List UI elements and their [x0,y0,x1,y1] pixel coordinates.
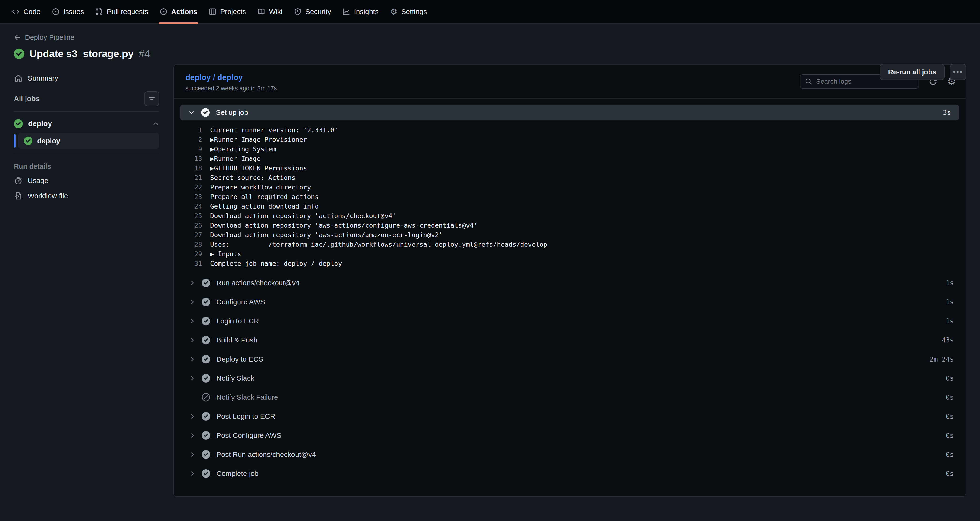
log-line-text: ▶ Inputs [210,250,241,258]
step-label: Deploy to ECS [216,355,924,363]
log-line[interactable]: 21Secret source: Actions [173,173,966,182]
all-jobs-label: All jobs [14,95,40,103]
step-label: Post Login to ECR [216,412,940,421]
step-label: Notify Slack [216,374,940,382]
log-line[interactable]: 1Current runner version: '2.331.0' [173,125,966,135]
book-icon [258,8,265,16]
log-line-number: 28 [173,241,202,248]
step-duration: 0s [946,432,954,440]
log-line[interactable]: 18▶GITHUB_TOKEN Permissions [173,163,966,173]
step-row-login-to-ecr[interactable]: Login to ECR 1s [173,312,966,331]
nav-tab-projects[interactable]: Projects [203,0,252,23]
job-path-link[interactable]: deploy / deploy [185,73,243,82]
chevron-right-icon [189,451,196,457]
nav-tab-actions[interactable]: Actions [154,0,203,23]
log-line[interactable]: 22Prepare workflow directory [173,182,966,192]
more-options-button[interactable]: ••• [950,64,966,80]
step-row-post-login-to-ecr[interactable]: Post Login to ECR 0s [173,407,966,426]
step-duration: 1s [946,317,954,325]
log-line-number: 21 [173,174,202,182]
nav-tab-settings[interactable]: ⚙ Settings [384,0,433,23]
step-label: Post Run actions/checkout@v4 [216,451,940,459]
step-label: Post Configure AWS [216,432,940,440]
nav-tab-issues[interactable]: Issues [46,0,90,23]
job-success-icon [24,137,32,145]
nav-tab-label: Wiki [269,8,282,16]
log-line[interactable]: 31Complete job name: deploy / deploy [173,258,966,268]
log-line[interactable]: 29▶ Inputs [173,249,966,258]
code-file-icon [14,192,22,200]
log-line[interactable]: 9▶Operating System [173,144,966,154]
step-row-run-checkout[interactable]: Run actions/checkout@v4 1s [173,273,966,292]
back-link[interactable]: Deploy Pipeline [14,33,74,41]
step-row-post-run-checkout[interactable]: Post Run actions/checkout@v4 0s [173,445,966,464]
nav-tab-label: Settings [401,8,427,16]
run-success-icon [14,49,24,59]
run-number: #4 [139,48,150,60]
log-line-text: ▶GITHUB_TOKEN Permissions [210,164,307,172]
nav-tab-wiki[interactable]: Wiki [252,0,288,23]
divider [14,111,159,112]
sidebar-job-step-deploy[interactable]: deploy [18,133,159,149]
sidebar-item-summary[interactable]: Summary [14,70,159,86]
step-row-notify-slack-failure[interactable]: Notify Slack Failure 0s [173,388,966,407]
sidebar-item-workflow-file[interactable]: Workflow file [14,188,159,204]
sidebar-item-label: Usage [28,177,48,185]
step-label: Build & Push [216,336,935,344]
job-log-panel: deploy / deploy succeeded 2 weeks ago in… [173,64,966,497]
filter-icon [148,95,156,102]
nav-tab-code[interactable]: Code [6,0,46,23]
log-line[interactable]: 26Download action repository 'aws-action… [173,220,966,230]
step-success-icon [202,469,210,478]
step-success-icon-selected [201,108,210,117]
issue-opened-icon [52,8,60,16]
log-line[interactable]: 28Uses: /terraform-iac/.github/workflows… [173,239,966,249]
nav-tab-label: Code [23,8,40,16]
sidebar-item-usage[interactable]: Usage [14,173,159,188]
nav-tab-security[interactable]: Security [288,0,337,23]
log-line[interactable]: 23Prepare all required actions [173,192,966,201]
run-details-heading: Run details [14,160,159,173]
step-row-notify-slack[interactable]: Notify Slack 0s [173,369,966,388]
sidebar-item-label: Workflow file [28,192,68,200]
home-icon [14,74,22,82]
run-sidebar: Summary All jobs deploy deploy Run detai… [14,64,159,204]
chevron-right-icon [189,318,196,324]
step-row-build-push[interactable]: Build & Push 43s [173,331,966,350]
filter-jobs-button[interactable] [145,91,159,106]
log-line[interactable]: 24Getting action download info [173,201,966,211]
step-label: Run actions/checkout@v4 [216,279,940,287]
nav-tab-pull-requests[interactable]: Pull requests [90,0,154,23]
sidebar-job-group-deploy[interactable]: deploy [14,115,159,132]
step-duration: 43s [942,336,954,344]
log-line[interactable]: 25Download action repository 'actions/ch… [173,211,966,220]
step-row-deploy-to-ecs[interactable]: Deploy to ECS 2m 24s [173,350,966,369]
log-line-text: Current runner version: '2.331.0' [210,126,338,134]
log-line-text: Download action repository 'actions/chec… [210,212,396,220]
nav-tab-insights[interactable]: Insights [337,0,384,23]
log-line-number: 31 [173,260,202,267]
step-row-post-configure-aws[interactable]: Post Configure AWS 0s [173,426,966,445]
step-duration: 0s [946,470,954,478]
chevron-right-icon [189,280,196,286]
chevron-right-icon [189,413,196,419]
log-line-number: 25 [173,212,202,220]
shield-icon [294,8,301,16]
step-label: Login to ECR [216,317,940,325]
log-output: 1Current runner version: '2.331.0' 2▶Run… [173,125,966,268]
rerun-all-jobs-button[interactable]: Re-run all jobs [880,64,945,80]
step-row-configure-aws[interactable]: Configure AWS 1s [173,292,966,312]
log-line-text: Prepare all required actions [210,193,319,201]
step-duration: 3s [943,109,951,116]
log-line-number: 13 [173,155,202,162]
step-row-complete-job[interactable]: Complete job 0s [173,464,966,483]
step-duration: 0s [946,451,954,459]
nav-tab-label: Security [305,8,331,16]
log-line[interactable]: 27Download action repository 'aws-action… [173,230,966,239]
step-duration: 0s [946,413,954,421]
log-line[interactable]: 2▶Runner Image Provisioner [173,135,966,144]
step-row-set-up-job[interactable]: Set up job 3s [180,105,959,120]
nav-tab-label: Insights [354,8,379,16]
log-line-number: 26 [173,221,202,229]
log-line[interactable]: 13▶Runner Image [173,154,966,163]
